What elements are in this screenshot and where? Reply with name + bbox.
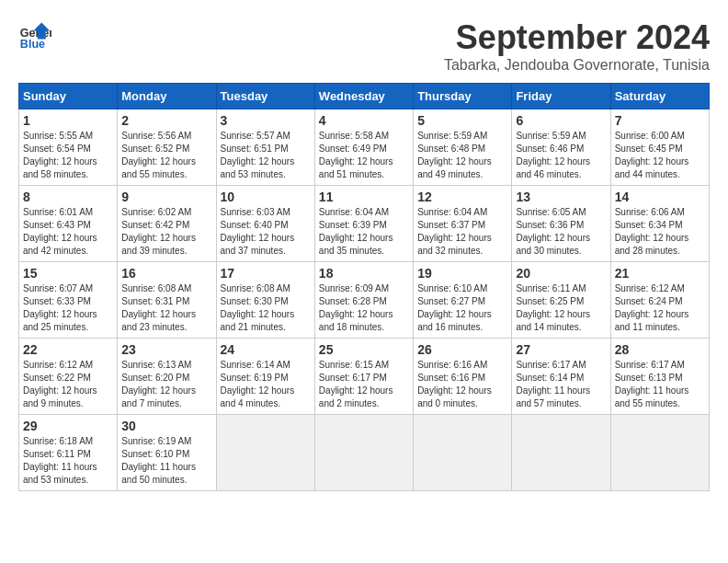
calendar-body: 1Sunrise: 5:55 AM Sunset: 6:54 PM Daylig… — [19, 109, 710, 491]
day-number: 29 — [23, 419, 113, 433]
cell-info: Sunrise: 6:01 AM Sunset: 6:43 PM Dayligh… — [23, 206, 113, 258]
day-number: 13 — [516, 190, 606, 204]
calendar-week-5: 29Sunrise: 6:18 AM Sunset: 6:11 PM Dayli… — [19, 415, 710, 491]
cell-info: Sunrise: 5:56 AM Sunset: 6:52 PM Dayligh… — [121, 130, 211, 181]
cell-info: Sunrise: 6:11 AM Sunset: 6:25 PM Dayligh… — [516, 282, 606, 334]
cell-info: Sunrise: 6:04 AM Sunset: 6:39 PM Dayligh… — [319, 206, 409, 258]
cell-info: Sunrise: 5:55 AM Sunset: 6:54 PM Dayligh… — [23, 130, 113, 181]
svg-text:Blue: Blue — [20, 38, 45, 51]
calendar-cell — [512, 415, 610, 491]
cell-info: Sunrise: 5:59 AM Sunset: 6:48 PM Dayligh… — [417, 130, 507, 181]
calendar-cell: 24Sunrise: 6:14 AM Sunset: 6:19 PM Dayli… — [216, 339, 314, 415]
day-number: 25 — [319, 342, 409, 357]
calendar-cell: 17Sunrise: 6:08 AM Sunset: 6:30 PM Dayli… — [216, 262, 314, 339]
calendar-cell: 30Sunrise: 6:19 AM Sunset: 6:10 PM Dayli… — [118, 415, 216, 491]
day-number: 1 — [23, 113, 113, 128]
cell-info: Sunrise: 6:17 AM Sunset: 6:14 PM Dayligh… — [516, 359, 606, 410]
cell-info: Sunrise: 6:15 AM Sunset: 6:17 PM Dayligh… — [319, 359, 409, 410]
day-number: 24 — [221, 342, 311, 357]
calendar-cell: 29Sunrise: 6:18 AM Sunset: 6:11 PM Dayli… — [19, 415, 118, 491]
day-number: 18 — [319, 266, 409, 281]
day-number: 30 — [121, 419, 211, 433]
day-number: 5 — [417, 113, 507, 128]
day-number: 20 — [516, 266, 606, 281]
calendar-cell — [414, 415, 512, 491]
day-number: 22 — [23, 342, 113, 357]
calendar-cell: 2Sunrise: 5:56 AM Sunset: 6:52 PM Daylig… — [118, 109, 216, 186]
day-number: 10 — [221, 190, 311, 204]
cell-info: Sunrise: 5:59 AM Sunset: 6:46 PM Dayligh… — [516, 130, 606, 181]
calendar-cell: 23Sunrise: 6:13 AM Sunset: 6:20 PM Dayli… — [118, 339, 216, 415]
calendar-table: SundayMondayTuesdayWednesdayThursdayFrid… — [18, 83, 710, 491]
day-number: 4 — [319, 113, 409, 128]
day-number: 3 — [221, 113, 311, 128]
calendar-cell: 3Sunrise: 5:57 AM Sunset: 6:51 PM Daylig… — [216, 109, 314, 186]
cell-info: Sunrise: 6:18 AM Sunset: 6:11 PM Dayligh… — [23, 435, 113, 487]
calendar-week-3: 15Sunrise: 6:07 AM Sunset: 6:33 PM Dayli… — [19, 262, 710, 339]
calendar-cell: 18Sunrise: 6:09 AM Sunset: 6:28 PM Dayli… — [314, 262, 413, 339]
calendar-cell: 14Sunrise: 6:06 AM Sunset: 6:34 PM Dayli… — [610, 186, 709, 262]
day-number: 17 — [221, 266, 311, 281]
day-number: 15 — [23, 266, 113, 281]
cell-info: Sunrise: 6:02 AM Sunset: 6:42 PM Dayligh… — [121, 206, 211, 258]
calendar-cell: 22Sunrise: 6:12 AM Sunset: 6:22 PM Dayli… — [19, 339, 118, 415]
weekday-header-tuesday: Tuesday — [216, 84, 314, 109]
cell-info: Sunrise: 6:09 AM Sunset: 6:28 PM Dayligh… — [319, 282, 409, 334]
day-number: 8 — [23, 190, 113, 204]
cell-info: Sunrise: 5:58 AM Sunset: 6:49 PM Dayligh… — [319, 130, 409, 181]
cell-info: Sunrise: 6:08 AM Sunset: 6:31 PM Dayligh… — [121, 282, 211, 334]
calendar-cell: 26Sunrise: 6:16 AM Sunset: 6:16 PM Dayli… — [414, 339, 512, 415]
weekday-header-row: SundayMondayTuesdayWednesdayThursdayFrid… — [19, 84, 710, 109]
calendar-cell: 16Sunrise: 6:08 AM Sunset: 6:31 PM Dayli… — [118, 262, 216, 339]
calendar-cell: 19Sunrise: 6:10 AM Sunset: 6:27 PM Dayli… — [414, 262, 512, 339]
day-number: 11 — [319, 190, 409, 204]
cell-info: Sunrise: 6:12 AM Sunset: 6:24 PM Dayligh… — [615, 282, 705, 334]
calendar-cell: 8Sunrise: 6:01 AM Sunset: 6:43 PM Daylig… — [19, 186, 118, 262]
calendar-cell: 21Sunrise: 6:12 AM Sunset: 6:24 PM Dayli… — [610, 262, 709, 339]
cell-info: Sunrise: 6:16 AM Sunset: 6:16 PM Dayligh… — [417, 359, 507, 410]
calendar-cell: 12Sunrise: 6:04 AM Sunset: 6:37 PM Dayli… — [414, 186, 512, 262]
logo-icon: General Blue — [18, 18, 51, 52]
day-number: 28 — [615, 342, 705, 357]
calendar-cell: 11Sunrise: 6:04 AM Sunset: 6:39 PM Dayli… — [314, 186, 413, 262]
cell-info: Sunrise: 6:19 AM Sunset: 6:10 PM Dayligh… — [121, 435, 211, 487]
day-number: 23 — [121, 342, 211, 357]
calendar-cell — [216, 415, 314, 491]
day-number: 16 — [121, 266, 211, 281]
cell-info: Sunrise: 6:12 AM Sunset: 6:22 PM Dayligh… — [23, 359, 113, 410]
calendar-cell: 15Sunrise: 6:07 AM Sunset: 6:33 PM Dayli… — [19, 262, 118, 339]
weekday-header-saturday: Saturday — [610, 84, 709, 109]
cell-info: Sunrise: 6:05 AM Sunset: 6:36 PM Dayligh… — [516, 206, 606, 258]
calendar-cell: 5Sunrise: 5:59 AM Sunset: 6:48 PM Daylig… — [414, 109, 512, 186]
day-number: 9 — [121, 190, 211, 204]
day-number: 21 — [615, 266, 705, 281]
cell-info: Sunrise: 6:04 AM Sunset: 6:37 PM Dayligh… — [417, 206, 507, 258]
day-number: 12 — [417, 190, 507, 204]
calendar-cell — [314, 415, 413, 491]
calendar-cell: 28Sunrise: 6:17 AM Sunset: 6:13 PM Dayli… — [610, 339, 709, 415]
calendar-week-4: 22Sunrise: 6:12 AM Sunset: 6:22 PM Dayli… — [19, 339, 710, 415]
cell-info: Sunrise: 6:08 AM Sunset: 6:30 PM Dayligh… — [221, 282, 311, 334]
cell-info: Sunrise: 6:03 AM Sunset: 6:40 PM Dayligh… — [221, 206, 311, 258]
calendar-cell: 27Sunrise: 6:17 AM Sunset: 6:14 PM Dayli… — [512, 339, 610, 415]
calendar-cell: 25Sunrise: 6:15 AM Sunset: 6:17 PM Dayli… — [314, 339, 413, 415]
calendar-cell: 13Sunrise: 6:05 AM Sunset: 6:36 PM Dayli… — [512, 186, 610, 262]
day-number: 19 — [417, 266, 507, 281]
calendar-cell: 4Sunrise: 5:58 AM Sunset: 6:49 PM Daylig… — [314, 109, 413, 186]
calendar-cell: 20Sunrise: 6:11 AM Sunset: 6:25 PM Dayli… — [512, 262, 610, 339]
logo: General Blue — [18, 18, 51, 52]
cell-info: Sunrise: 6:00 AM Sunset: 6:45 PM Dayligh… — [615, 130, 705, 181]
calendar-cell: 7Sunrise: 6:00 AM Sunset: 6:45 PM Daylig… — [610, 109, 709, 186]
cell-info: Sunrise: 6:10 AM Sunset: 6:27 PM Dayligh… — [417, 282, 507, 334]
calendar-cell: 10Sunrise: 6:03 AM Sunset: 6:40 PM Dayli… — [216, 186, 314, 262]
calendar-cell: 1Sunrise: 5:55 AM Sunset: 6:54 PM Daylig… — [19, 109, 118, 186]
weekday-header-friday: Friday — [512, 84, 610, 109]
day-number: 27 — [516, 342, 606, 357]
cell-info: Sunrise: 6:17 AM Sunset: 6:13 PM Dayligh… — [615, 359, 705, 410]
day-number: 7 — [615, 113, 705, 128]
title-area: September 2024 Tabarka, Jendouba Governo… — [444, 18, 710, 74]
month-title: September 2024 — [444, 18, 710, 57]
cell-info: Sunrise: 5:57 AM Sunset: 6:51 PM Dayligh… — [221, 130, 311, 181]
calendar-cell: 9Sunrise: 6:02 AM Sunset: 6:42 PM Daylig… — [118, 186, 216, 262]
calendar-cell: 6Sunrise: 5:59 AM Sunset: 6:46 PM Daylig… — [512, 109, 610, 186]
